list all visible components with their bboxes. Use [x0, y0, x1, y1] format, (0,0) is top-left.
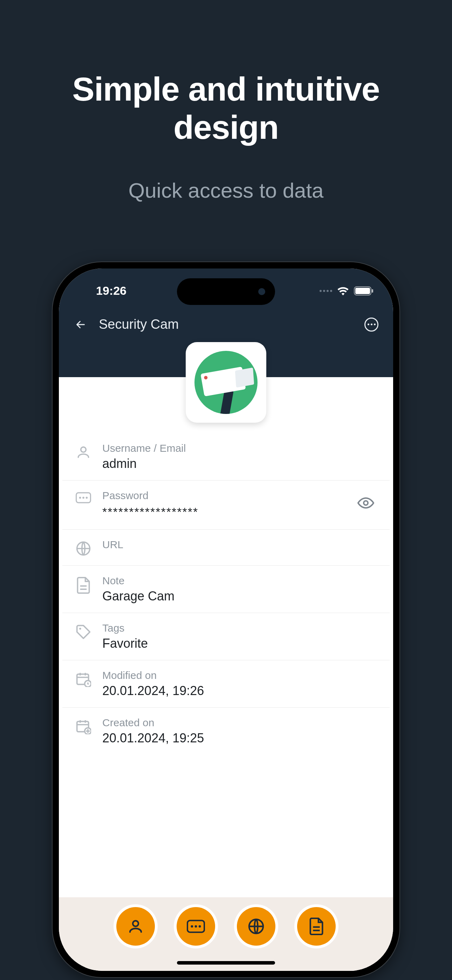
promo-title-line1: Simple and intuitive — [72, 70, 379, 108]
svg-point-9 — [79, 628, 81, 630]
entry-avatar[interactable] — [186, 342, 266, 423]
cellular-icon — [320, 290, 332, 292]
app-header: Security Cam — [59, 307, 393, 345]
password-icon — [73, 492, 94, 504]
arrow-left-icon — [74, 318, 87, 331]
created-value: 20.01.2024, 19:25 — [102, 731, 376, 746]
page-title: Security Cam — [99, 317, 179, 332]
promo-title: Simple and intuitive design — [0, 70, 452, 147]
svg-point-15 — [191, 925, 193, 928]
password-icon — [187, 920, 205, 933]
view-note-button[interactable] — [297, 907, 336, 946]
user-icon — [73, 444, 94, 460]
promo-title-line2: design — [173, 109, 279, 146]
calendar-modified-icon — [73, 671, 94, 687]
wifi-icon — [337, 286, 349, 296]
security-camera-icon — [194, 351, 258, 414]
back-button[interactable] — [73, 317, 88, 332]
note-row[interactable]: Note Garage Cam — [62, 566, 390, 613]
url-label: URL — [102, 539, 376, 550]
note-icon — [73, 577, 94, 594]
username-value: admin — [102, 457, 376, 471]
tags-row[interactable]: Tags Favorite — [62, 613, 390, 660]
home-indicator[interactable] — [177, 961, 275, 964]
svg-rect-2 — [372, 289, 373, 293]
bottom-action-bar — [59, 897, 393, 971]
header-background — [59, 345, 393, 377]
calendar-created-icon — [73, 719, 94, 734]
phone-screen: 19:26 Security Cam — [59, 269, 393, 971]
globe-icon — [248, 918, 264, 935]
svg-point-16 — [195, 925, 197, 928]
modified-row: Modified on 20.01.2024, 19:26 — [62, 660, 390, 708]
copy-password-button[interactable] — [177, 907, 215, 946]
open-url-button[interactable] — [237, 907, 275, 946]
created-label: Created on — [102, 717, 376, 729]
more-options-button[interactable] — [364, 318, 379, 332]
eye-icon — [357, 497, 374, 509]
dynamic-island — [177, 278, 275, 305]
more-dot — [374, 323, 376, 325]
tags-value: Favorite — [102, 636, 376, 651]
svg-point-5 — [82, 497, 84, 499]
svg-point-7 — [364, 501, 368, 505]
promo-subtitle: Quick access to data — [0, 178, 452, 203]
battery-icon — [354, 286, 374, 296]
tag-icon — [73, 624, 94, 640]
modified-value: 20.01.2024, 19:26 — [102, 684, 376, 698]
password-row[interactable]: Password ****************** — [62, 480, 390, 530]
username-label: Username / Email — [102, 442, 376, 454]
svg-point-6 — [86, 497, 88, 499]
more-dot — [371, 323, 372, 325]
svg-point-17 — [199, 925, 201, 928]
password-value: ****************** — [102, 504, 376, 520]
user-icon — [127, 918, 144, 935]
more-dot — [368, 323, 369, 325]
copy-username-button[interactable] — [116, 907, 155, 946]
tags-label: Tags — [102, 622, 376, 634]
url-row[interactable]: URL — [62, 530, 390, 566]
svg-rect-1 — [355, 288, 370, 294]
note-value: Garage Cam — [102, 589, 376, 604]
status-indicators — [320, 286, 374, 296]
entry-details: Username / Email admin Password ********… — [59, 377, 393, 755]
show-password-button[interactable] — [357, 497, 375, 511]
username-row[interactable]: Username / Email admin — [62, 433, 390, 480]
created-row: Created on 20.01.2024, 19:25 — [62, 708, 390, 755]
phone-frame: 19:26 Security Cam — [53, 262, 399, 977]
password-label: Password — [102, 490, 376, 501]
note-label: Note — [102, 575, 376, 587]
modified-label: Modified on — [102, 670, 376, 681]
globe-icon — [73, 541, 94, 556]
note-icon — [309, 918, 323, 935]
svg-point-4 — [79, 497, 81, 499]
status-time: 19:26 — [96, 284, 126, 298]
